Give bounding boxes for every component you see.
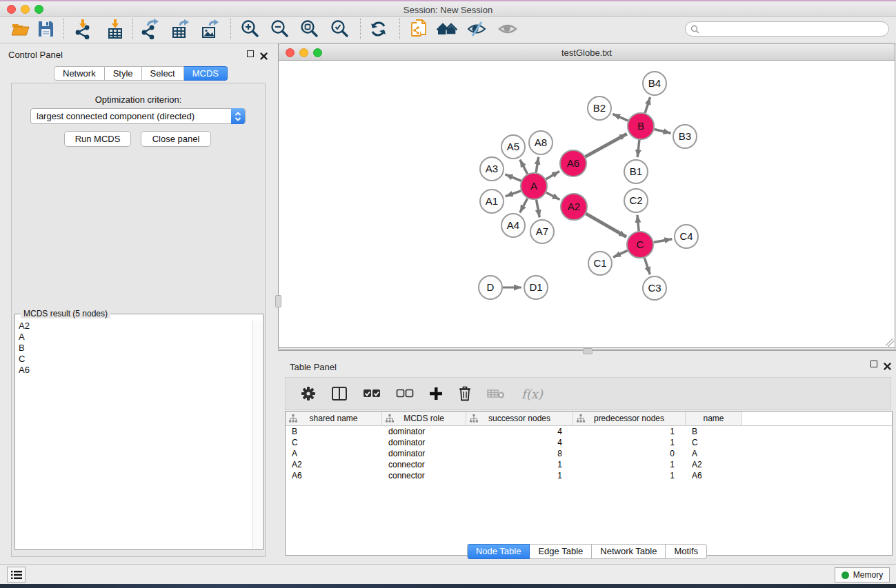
toolbar-separator xyxy=(63,19,64,39)
open-session-icon[interactable] xyxy=(10,19,30,39)
graph-node-D[interactable]: D xyxy=(479,276,502,299)
column-header-MCDS-role[interactable]: MCDS role xyxy=(382,412,466,425)
table-cell: A xyxy=(286,449,382,458)
select-all-columns-icon[interactable] xyxy=(363,389,381,398)
dropdown-stepper-icon[interactable] xyxy=(231,108,245,124)
run-mcds-button[interactable]: Run MCDS xyxy=(64,131,131,147)
tab-style[interactable]: Style xyxy=(105,66,142,81)
mcds-result-item[interactable]: B xyxy=(16,343,253,354)
result-scrollbar[interactable] xyxy=(252,321,262,549)
table-panel: Table Panel f(x) shared nameMCDS rolesuc… xyxy=(278,358,896,564)
export-table-icon[interactable] xyxy=(170,19,190,39)
import-table-icon[interactable] xyxy=(106,19,125,39)
settings-gear-icon[interactable] xyxy=(301,386,316,401)
table-tab-network-table[interactable]: Network Table xyxy=(592,544,666,559)
table-row[interactable]: A6connector11A6 xyxy=(286,470,892,481)
graph-node-A6[interactable]: A6 xyxy=(560,150,586,176)
graph-node-A[interactable]: A xyxy=(521,173,547,199)
svg-text:A1: A1 xyxy=(486,195,498,207)
table-row[interactable]: Bdominator41B xyxy=(286,426,892,437)
column-header-successor-nodes[interactable]: successor nodes xyxy=(466,412,573,425)
add-column-icon[interactable] xyxy=(429,387,443,401)
mcds-result-item[interactable]: A2 xyxy=(16,321,253,332)
graph-node-C4[interactable]: C4 xyxy=(675,225,698,248)
graph-node-C1[interactable]: C1 xyxy=(588,252,612,275)
hide-panels-icon[interactable] xyxy=(467,19,486,39)
splitter-collapse-handle[interactable] xyxy=(275,295,281,307)
save-session-icon[interactable] xyxy=(36,19,55,39)
clone-network-icon[interactable] xyxy=(410,19,429,39)
graph-node-A8[interactable]: A8 xyxy=(529,131,552,154)
edge-A-A3 xyxy=(505,174,521,181)
table-tab-edge-table[interactable]: Edge Table xyxy=(530,544,592,559)
zoom-selected-icon[interactable] xyxy=(330,19,349,39)
zoom-fit-icon[interactable] xyxy=(299,19,319,39)
splitter-handle[interactable] xyxy=(583,348,593,354)
export-network-icon[interactable] xyxy=(141,19,160,39)
optimization-dropdown[interactable]: largest connected component (directed) xyxy=(30,108,246,124)
memory-button[interactable]: Memory xyxy=(835,567,890,582)
search-input[interactable] xyxy=(702,24,888,34)
tab-mcds[interactable]: MCDS xyxy=(184,66,228,81)
search-box[interactable] xyxy=(685,21,889,37)
column-header-predecessor-nodes[interactable]: predecessor nodes xyxy=(573,412,686,425)
table-row[interactable]: A2connector11A2 xyxy=(286,459,892,470)
graph-node-A3[interactable]: A3 xyxy=(480,157,504,181)
toolbar-separator xyxy=(132,19,133,39)
graph-node-A2[interactable]: A2 xyxy=(561,194,587,220)
home-reset-icon[interactable] xyxy=(437,19,456,39)
show-columns-icon[interactable] xyxy=(331,386,348,401)
graph-node-A7[interactable]: A7 xyxy=(530,220,554,243)
table-cell: 1 xyxy=(466,471,573,480)
graph-node-B3[interactable]: B3 xyxy=(673,125,697,148)
main-toolbar xyxy=(0,17,896,43)
svg-text:B2: B2 xyxy=(593,102,606,114)
function-builder-icon[interactable]: f(x) xyxy=(521,387,543,401)
table-close-icon[interactable] xyxy=(884,361,892,369)
header-filler xyxy=(742,412,892,425)
close-panel-button[interactable]: Close panel xyxy=(141,131,211,147)
column-header-name[interactable]: name xyxy=(686,412,742,425)
column-header-shared-name[interactable]: shared name xyxy=(286,412,382,425)
graph-node-C2[interactable]: C2 xyxy=(624,189,648,212)
resize-grip-icon[interactable] xyxy=(886,338,894,347)
table-float-icon[interactable] xyxy=(870,361,879,369)
graph-node-B2[interactable]: B2 xyxy=(588,97,611,120)
graph-node-C[interactable]: C xyxy=(627,232,653,258)
graph-node-B[interactable]: B xyxy=(628,113,654,139)
table-tab-node-table[interactable]: Node Table xyxy=(467,544,530,559)
table-tab-motifs[interactable]: Motifs xyxy=(666,544,707,559)
table-cell: C xyxy=(686,438,742,447)
tab-select[interactable]: Select xyxy=(142,66,184,81)
table-cell: 1 xyxy=(573,460,686,469)
export-image-icon[interactable] xyxy=(200,19,219,39)
edge-A6-B xyxy=(586,134,627,156)
svg-text:A7: A7 xyxy=(536,225,548,237)
delete-column-icon[interactable] xyxy=(458,386,472,401)
task-history-button[interactable] xyxy=(7,567,26,582)
graph-node-A5[interactable]: A5 xyxy=(501,135,525,159)
graph-node-D1[interactable]: D1 xyxy=(524,276,548,299)
network-canvas[interactable]: B4B2BB3A8A5A6A3B1AA1C2A2A4A7C4CC1C3DD1 xyxy=(279,61,895,348)
graph-node-B4[interactable]: B4 xyxy=(643,72,666,95)
float-panel-icon[interactable] xyxy=(247,50,255,59)
tab-network[interactable]: Network xyxy=(54,66,105,81)
graph-node-A4[interactable]: A4 xyxy=(501,214,525,237)
graph-node-C3[interactable]: C3 xyxy=(643,276,666,300)
zoom-out-icon[interactable] xyxy=(270,19,289,39)
mcds-result-list[interactable]: A2ABCA6 xyxy=(16,321,253,549)
show-panels-icon[interactable] xyxy=(498,19,517,39)
graph-node-A1[interactable]: A1 xyxy=(480,190,504,213)
zoom-in-icon[interactable] xyxy=(240,19,259,39)
table-row[interactable]: Adominator80A xyxy=(286,448,892,459)
close-panel-icon[interactable] xyxy=(260,50,268,59)
table-row[interactable]: Cdominator41C xyxy=(286,437,892,448)
mcds-result-item[interactable]: C xyxy=(16,354,253,365)
mcds-result-item[interactable]: A6 xyxy=(16,365,253,376)
delete-table-icon[interactable] xyxy=(487,388,505,399)
import-network-icon[interactable] xyxy=(73,19,92,39)
refresh-layout-icon[interactable] xyxy=(369,19,388,39)
graph-node-B1[interactable]: B1 xyxy=(624,160,648,183)
deselect-all-columns-icon[interactable] xyxy=(396,389,414,398)
mcds-result-item[interactable]: A xyxy=(16,332,253,343)
